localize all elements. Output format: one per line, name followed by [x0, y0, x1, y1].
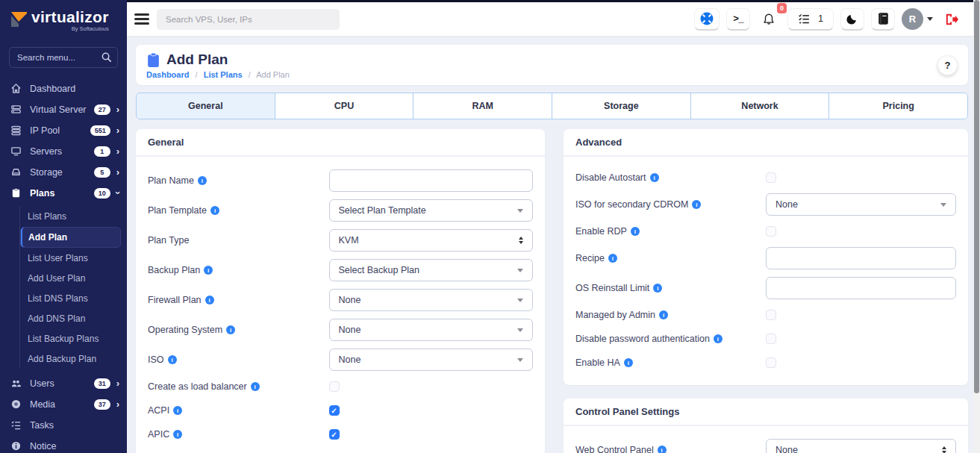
recipe-input[interactable] — [766, 247, 956, 269]
plan-type-select[interactable]: KVM — [329, 229, 533, 252]
submenu-item-list-backup-plans[interactable]: List Backup Plans — [20, 329, 121, 349]
field-label: Firewall Plan — [148, 295, 202, 305]
logout-button[interactable] — [940, 8, 964, 31]
tab-storage[interactable]: Storage — [552, 93, 691, 119]
disable-password-auth-checkbox[interactable] — [766, 334, 776, 344]
info-icon[interactable] — [226, 325, 235, 334]
sidebar-item-storage[interactable]: Storage 5 › — [0, 162, 127, 183]
global-search-input[interactable] — [157, 9, 340, 30]
tab-general[interactable]: General — [136, 93, 275, 119]
info-icon[interactable] — [210, 206, 219, 215]
tab-pricing[interactable]: Pricing — [828, 93, 968, 119]
info-icon[interactable] — [168, 355, 177, 364]
chevron-down-icon — [517, 209, 523, 213]
scrollbar-thumb[interactable] — [974, 0, 979, 393]
sidebar-search — [9, 47, 118, 68]
user-menu-button[interactable]: R — [902, 8, 933, 30]
submenu-item-list-plans[interactable]: List Plans — [20, 207, 121, 226]
sidebar-item-media[interactable]: Media 37 › — [0, 394, 127, 415]
plans-badge: 10 — [94, 188, 110, 199]
advanced-card-title: Advanced — [564, 129, 968, 157]
plans-icon — [10, 187, 22, 199]
info-icon[interactable] — [659, 310, 668, 319]
field-row-apic: APIC — [148, 422, 533, 446]
field-row-web-control-panel: Web Control Panel None — [575, 435, 956, 453]
tab-ram[interactable]: RAM — [413, 93, 552, 119]
chevron-down-icon — [940, 203, 946, 207]
info-icon[interactable] — [650, 173, 659, 182]
sidebar-item-plans[interactable]: Plans 10 › — [0, 183, 127, 204]
plan-name-input[interactable] — [329, 169, 533, 192]
secondary-cdrom-select[interactable]: None — [766, 193, 956, 216]
submenu-item-add-dns-plan[interactable]: Add DNS Plan — [20, 309, 121, 328]
submenu-item-add-user-plan[interactable]: Add User Plan — [20, 269, 121, 288]
notifications-button[interactable]: 0 — [757, 8, 781, 31]
general-card-title: General — [136, 129, 545, 157]
control-panel-card-title: Control Panel Settings — [564, 399, 968, 426]
menu-toggle-icon[interactable] — [134, 11, 149, 28]
topbar: >_ 0 1 — [127, 2, 980, 36]
sidebar-item-dashboard[interactable]: Dashboard — [0, 78, 127, 99]
chevron-right-icon: › — [116, 146, 119, 156]
info-icon[interactable] — [205, 296, 214, 304]
info-icon[interactable] — [204, 266, 213, 275]
submenu-item-add-backup-plan[interactable]: Add Backup Plan — [20, 349, 121, 369]
info-icon[interactable] — [653, 284, 662, 293]
field-label: Create as load balancer — [148, 381, 247, 392]
info-icon[interactable] — [251, 382, 260, 391]
info-icon[interactable] — [173, 406, 182, 415]
sidebar-item-users[interactable]: Users 31 › — [0, 373, 127, 394]
submenu-item-add-plan[interactable]: Add Plan — [20, 227, 121, 248]
terminal-button[interactable]: >_ — [726, 8, 750, 31]
chevron-down-icon — [517, 358, 523, 362]
breadcrumb-dashboard[interactable]: Dashboard — [146, 70, 189, 79]
sidebar-item-virtual-server[interactable]: Virtual Server 27 › — [0, 99, 127, 120]
docs-button[interactable] — [871, 8, 895, 31]
tab-network[interactable]: Network — [690, 93, 830, 119]
info-icon[interactable] — [658, 446, 667, 453]
submenu-item-list-user-plans[interactable]: List User Plans — [20, 249, 121, 268]
acpi-checkbox[interactable] — [329, 405, 340, 416]
tasks-button[interactable]: 1 — [787, 8, 834, 31]
sidebar-item-servers[interactable]: Servers 1 › — [0, 141, 127, 162]
info-icon[interactable] — [608, 254, 617, 263]
disable-autostart-checkbox[interactable] — [766, 172, 776, 183]
page-scrollbar[interactable] — [973, 0, 980, 453]
web-control-panel-select[interactable]: None — [766, 439, 956, 453]
control-panel-card: Control Panel Settings Web Control Panel… — [564, 399, 968, 453]
operating-system-select[interactable]: None — [329, 319, 533, 341]
breadcrumb-current: Add Plan — [256, 70, 290, 79]
dark-mode-button[interactable] — [840, 8, 864, 31]
firewall-plan-select[interactable]: None — [329, 289, 533, 311]
page-header: Add Plan Dashboard / List Plans / Add Pl… — [136, 45, 968, 85]
sidebar-item-ip-pool[interactable]: IP Pool 551 › — [0, 120, 127, 141]
os-reinstall-limit-input[interactable] — [766, 277, 956, 299]
managed-by-admin-checkbox[interactable] — [766, 310, 776, 320]
info-icon[interactable] — [692, 200, 701, 209]
iso-select[interactable]: None — [329, 349, 533, 371]
info-icon[interactable] — [198, 176, 207, 185]
load-balancer-checkbox[interactable] — [329, 381, 340, 392]
sidebar-item-tasks[interactable]: Tasks — [0, 415, 127, 436]
info-icon[interactable] — [714, 334, 722, 343]
submenu-item-list-dns-plans[interactable]: List DNS Plans — [20, 289, 121, 308]
apic-checkbox[interactable] — [329, 429, 340, 440]
sidebar-item-notice[interactable]: Notice — [0, 436, 127, 453]
info-icon[interactable] — [624, 358, 633, 367]
enable-rdp-checkbox[interactable] — [766, 226, 776, 237]
help-button[interactable]: ? — [937, 55, 958, 75]
field-label: ISO for secondary CDROM — [575, 199, 688, 210]
brand-logo[interactable]: virtualizor By Softaculous — [0, 0, 127, 38]
plan-template-select[interactable]: Select Plan Template — [329, 199, 533, 222]
field-label: Plan Type — [148, 235, 189, 246]
ip-pool-badge: 551 — [90, 125, 110, 136]
breadcrumb-list-plans[interactable]: List Plans — [204, 70, 243, 79]
info-icon[interactable] — [631, 227, 640, 236]
tab-cpu[interactable]: CPU — [275, 93, 414, 119]
field-label: Managed by Admin — [575, 310, 655, 320]
backup-plan-select[interactable]: Select Backup Plan — [329, 259, 533, 281]
info-icon[interactable] — [173, 430, 182, 439]
page-title: Add Plan — [166, 51, 228, 68]
enable-ha-checkbox[interactable] — [766, 357, 776, 368]
support-button[interactable] — [694, 8, 720, 31]
